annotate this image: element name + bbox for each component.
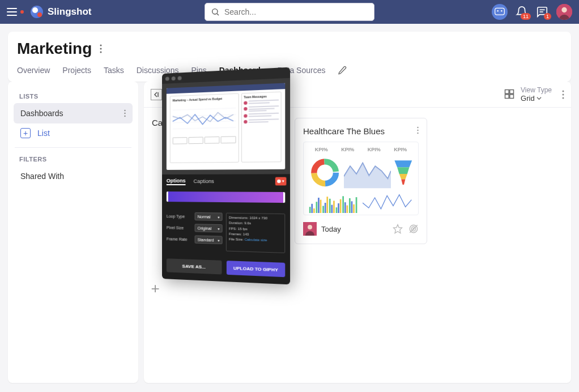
pixel-size-select[interactable]: Original (195, 224, 223, 232)
svg-marker-33 (402, 180, 406, 185)
sidebar-item-label: Shared With (20, 172, 64, 181)
card-date: Today (321, 225, 388, 233)
add-dashboard-button[interactable]: + (147, 280, 163, 296)
save-as-button[interactable]: SAVE AS... (167, 258, 222, 274)
kpi-label: KPI% (315, 147, 328, 152)
item-menu-icon[interactable] (124, 109, 126, 117)
app-name: Slingshot (48, 6, 91, 18)
area-chart-icon (344, 156, 391, 189)
menu-button[interactable] (7, 8, 17, 16)
card-title: Ca (152, 118, 163, 127)
svg-rect-40 (322, 206, 324, 214)
message-count-badge: 1 (544, 13, 551, 20)
assistant-avatar[interactable] (492, 4, 508, 20)
more-options-button[interactable] (562, 90, 564, 99)
svg-rect-36 (313, 208, 315, 213)
sidebar-item-dashboards[interactable]: Dashboards (14, 103, 133, 123)
svg-point-9 (100, 48, 102, 50)
timeline-track[interactable] (167, 191, 285, 203)
svg-line-64 (173, 114, 236, 116)
kpi-label: KPI% (394, 147, 407, 152)
record-button[interactable] (275, 177, 287, 186)
search-input[interactable] (224, 7, 368, 16)
activity-indicator-icon (20, 10, 24, 14)
svg-point-3 (501, 10, 503, 11)
svg-line-66 (173, 127, 236, 129)
svg-point-8 (100, 45, 102, 46)
kpi-label: KPI% (368, 147, 381, 152)
tab-options[interactable]: Options (167, 177, 186, 185)
edit-tabs-icon[interactable] (338, 66, 347, 75)
svg-line-63 (173, 108, 236, 110)
svg-rect-51 (347, 206, 348, 214)
svg-rect-42 (326, 197, 328, 214)
card-thumbnail: KPI% KPI% KPI% KPI% (303, 142, 419, 215)
topbar-actions: 11 1 (492, 4, 572, 20)
editor-actions: SAVE AS... UPLOAD TO GIPHY (162, 253, 290, 284)
svg-point-19 (563, 90, 564, 92)
svg-marker-30 (395, 160, 412, 167)
filters-heading: FILTERS (14, 152, 133, 166)
svg-rect-50 (344, 202, 346, 213)
author-avatar[interactable] (303, 222, 317, 236)
export-metadata: Dimensions: 1024 x 730 Duration: 9.6s FP… (226, 213, 286, 253)
kpi-label: KPI% (341, 147, 354, 152)
svg-rect-54 (353, 204, 355, 213)
page-menu-icon[interactable] (100, 44, 102, 53)
donut-chart-icon (308, 156, 342, 189)
svg-rect-44 (331, 205, 333, 213)
tab-overview[interactable]: Overview (17, 66, 50, 75)
app-topbar: Slingshot 11 1 (0, 0, 579, 24)
svg-point-0 (212, 9, 218, 14)
card-footer: Today (303, 222, 419, 236)
svg-point-23 (417, 130, 418, 131)
svg-rect-52 (349, 198, 351, 213)
global-search[interactable] (205, 3, 374, 21)
pixel-size-label: Pixel Size (167, 225, 191, 230)
svg-point-20 (563, 93, 564, 95)
svg-rect-17 (505, 95, 509, 99)
svg-point-7 (561, 7, 567, 12)
view-type-label: View Type (521, 86, 552, 94)
view-type-selector[interactable]: View Type Grid (504, 86, 552, 103)
add-list-button[interactable]: + List (14, 123, 133, 143)
svg-point-11 (124, 110, 125, 111)
dashboard-card-healthcare[interactable]: Healthcare The Blues KPI% KPI% KPI% KPI% (295, 118, 427, 244)
svg-rect-46 (336, 207, 338, 213)
upload-giphy-button[interactable]: UPLOAD TO GIPHY (227, 261, 285, 277)
messages-button[interactable]: 1 (536, 6, 548, 18)
svg-marker-58 (394, 225, 402, 233)
target-icon[interactable] (408, 224, 419, 234)
svg-rect-37 (316, 202, 318, 214)
tab-captions[interactable]: Captions (194, 178, 214, 184)
svg-marker-31 (398, 167, 410, 174)
svg-rect-53 (351, 202, 353, 214)
page-title: Marketing (17, 40, 92, 58)
svg-rect-16 (510, 90, 514, 94)
svg-point-2 (497, 10, 499, 11)
star-icon[interactable] (393, 224, 403, 234)
line-chart-icon (363, 193, 414, 213)
svg-point-13 (124, 116, 125, 117)
calculate-size-link[interactable]: Calculate size (245, 238, 267, 242)
card-menu-icon[interactable] (417, 126, 419, 134)
svg-rect-34 (309, 207, 311, 214)
lists-sidebar: LISTS Dashboards + List FILTERS Shared W… (8, 82, 138, 383)
app-logo[interactable]: Slingshot (31, 6, 91, 18)
svg-rect-45 (333, 201, 335, 214)
svg-rect-15 (505, 90, 509, 94)
gif-editor-window[interactable]: Marketing – Actual Spend vs Budget Team … (162, 67, 290, 296)
timeline[interactable] (162, 188, 290, 210)
loop-type-select[interactable]: Normal (195, 212, 223, 221)
user-avatar[interactable] (556, 4, 572, 20)
loop-type-label: Loop Type (167, 214, 191, 219)
tab-tasks[interactable]: Tasks (104, 66, 124, 75)
sidebar-item-shared-with[interactable]: Shared With (14, 166, 133, 186)
funnel-chart-icon (393, 156, 414, 189)
search-icon (211, 7, 220, 16)
tab-projects[interactable]: Projects (62, 66, 91, 75)
export-settings: Loop Type Normal Pixel Size Original Fra… (162, 208, 290, 257)
frame-rate-select[interactable]: Standard (195, 235, 223, 244)
collapse-sidebar-button[interactable] (151, 89, 162, 100)
notifications-button[interactable]: 11 (516, 6, 528, 18)
